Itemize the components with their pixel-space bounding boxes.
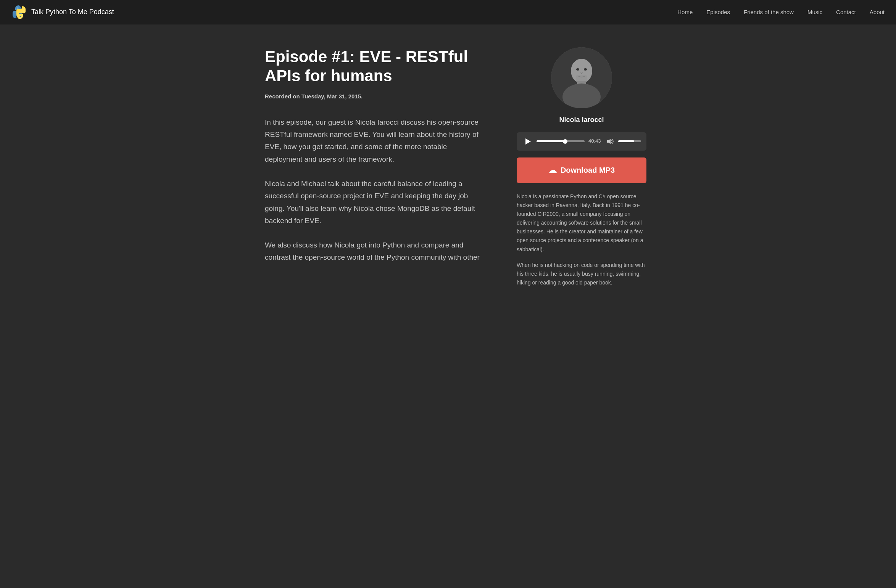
nav-link-music[interactable]: Music [807,9,822,15]
progress-bar-fill [537,140,566,142]
progress-bar[interactable] [537,140,585,142]
episode-title: Episode #1: EVE - RESTful APIs for human… [265,47,486,86]
svg-point-0 [18,7,19,8]
nav-link-episodes[interactable]: Episodes [706,9,730,15]
nav-item-music[interactable]: Music [807,7,822,17]
download-mp3-button[interactable]: ☁ Download MP3 [517,157,646,183]
main-container: Episode #1: EVE - RESTful APIs for human… [219,24,677,317]
guest-photo [551,47,612,108]
nav-link-about[interactable]: About [870,9,885,15]
svg-point-1 [20,16,21,17]
site-title: Talk Python To Me Podcast [31,6,114,18]
description-paragraph-2: Nicola and Michael talk about the carefu… [265,178,486,227]
download-label: Download MP3 [561,164,615,176]
navbar-brand[interactable]: Talk Python To Me Podcast [11,5,114,20]
description-paragraph-1: In this episode, our guest is Nicola Iar… [265,116,486,165]
nav-item-contact[interactable]: Contact [836,7,856,17]
episode-description: In this episode, our guest is Nicola Iar… [265,116,486,264]
guest-name: Nicola Iarocci [517,114,646,125]
guest-bio: Nicola is a passionate Python and C# ope… [517,192,646,287]
svg-point-7 [584,68,587,71]
guest-photo-wrapper [517,47,646,108]
svg-rect-8 [576,75,587,82]
navbar: Talk Python To Me Podcast Home Episodes … [0,0,896,24]
python-logo-icon [11,5,27,20]
audio-player: 40:43 [517,132,646,151]
guest-bio-paragraph-1: Nicola is a passionate Python and C# ope… [517,192,646,254]
content-right: Nicola Iarocci 40:43 [517,47,646,294]
svg-point-6 [576,68,579,71]
nav-link-home[interactable]: Home [677,9,693,15]
soundcloud-icon: ☁ [548,164,557,177]
time-display: 40:43 [588,137,603,145]
nav-link-contact[interactable]: Contact [836,9,856,15]
nav-item-about[interactable]: About [870,7,885,17]
volume-bar-fill [618,140,634,142]
guest-avatar-image [551,47,612,108]
play-icon [525,138,531,145]
description-paragraph-3: We also discuss how Nicola got into Pyth… [265,239,486,264]
recorded-date: Recorded on Tuesday, Mar 31, 2015. [265,92,486,101]
play-button[interactable] [522,136,533,147]
nav-item-home[interactable]: Home [677,7,693,17]
content-left: Episode #1: EVE - RESTful APIs for human… [265,47,486,294]
nav-link-friends[interactable]: Friends of the show [744,9,794,15]
nav-item-episodes[interactable]: Episodes [706,7,730,17]
svg-marker-9 [607,139,611,144]
navbar-nav: Home Episodes Friends of the show Music … [677,7,885,17]
guest-bio-paragraph-2: When he is not hacking on code or spendi… [517,261,646,287]
nav-item-friends[interactable]: Friends of the show [744,7,794,17]
volume-bar[interactable] [618,140,641,142]
volume-icon[interactable] [607,138,614,145]
